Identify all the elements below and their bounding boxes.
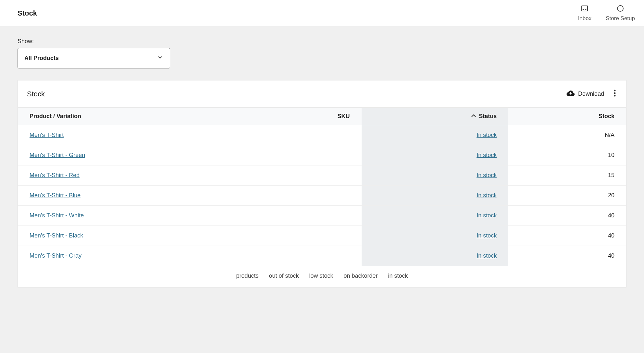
filter-row: productsout of stocklow stockon backorde… [18,266,626,287]
content: Show: All Products Stock Download [0,26,644,299]
table-header-row: Product / Variation SKU Status Stock [18,108,626,125]
status-link[interactable]: In stock [477,192,497,199]
svg-point-1 [617,6,623,11]
topbar: Stock Inbox Store Setup [0,0,644,26]
table-row: Men's T-Shirt - BlueIn stock20 [18,186,626,206]
cell-sku [254,165,362,186]
product-link[interactable]: Men's T-Shirt - White [30,212,84,219]
filter-item[interactable]: in stock [388,273,408,279]
column-stock-label: Stock [599,113,614,119]
filter-item[interactable]: on backorder [344,273,378,279]
cell-stock: 40 [508,226,626,246]
product-link[interactable]: Men's T-Shirt - Red [30,172,80,178]
svg-point-3 [614,92,616,94]
table-row: Men's T-Shirt - WhiteIn stock40 [18,206,626,226]
cell-stock: 20 [508,186,626,206]
product-link[interactable]: Men's T-Shirt [30,132,64,138]
column-sku[interactable]: SKU [254,108,362,125]
page-title: Stock [18,9,37,18]
inbox-button[interactable]: Inbox [578,5,592,22]
card-header-actions: Download [566,88,617,100]
product-link[interactable]: Men's T-Shirt - Green [30,152,85,158]
status-link[interactable]: In stock [477,132,497,138]
column-stock[interactable]: Stock [508,108,626,125]
download-button[interactable]: Download [566,90,604,98]
stock-card: Stock Download [18,80,626,287]
status-link[interactable]: In stock [477,152,497,158]
cell-stock: 40 [508,206,626,226]
kebab-icon [614,91,616,98]
cell-sku [254,246,362,266]
status-link[interactable]: In stock [477,232,497,239]
download-label: Download [578,91,604,97]
cell-sku [254,226,362,246]
filter-item[interactable]: low stock [309,273,333,279]
cell-stock: 15 [508,165,626,186]
svg-point-2 [614,90,616,91]
cell-sku [254,125,362,145]
chevron-down-icon [157,54,163,62]
show-dropdown[interactable]: All Products [18,48,170,68]
stock-table: Product / Variation SKU Status Stock Men… [18,108,626,266]
card-title: Stock [27,90,45,98]
store-setup-button[interactable]: Store Setup [606,5,635,22]
store-setup-label: Store Setup [606,15,635,22]
cell-stock: 10 [508,145,626,165]
table-row: Men's T-Shirt - RedIn stock15 [18,165,626,186]
circle-icon [616,5,624,14]
column-sku-label: SKU [338,113,350,119]
filter-item[interactable]: out of stock [269,273,299,279]
cell-sku [254,206,362,226]
filter-item[interactable]: products [236,273,258,279]
topbar-actions: Inbox Store Setup [578,5,635,22]
column-product[interactable]: Product / Variation [18,108,254,125]
product-link[interactable]: Men's T-Shirt - Blue [30,192,80,199]
column-product-label: Product / Variation [30,113,81,119]
cell-stock: N/A [508,125,626,145]
status-link[interactable]: In stock [477,172,497,178]
svg-point-4 [614,95,616,97]
status-link[interactable]: In stock [477,212,497,219]
column-status[interactable]: Status [362,108,509,125]
inbox-label: Inbox [578,15,592,22]
product-link[interactable]: Men's T-Shirt - Black [30,232,83,239]
sort-asc-icon [471,113,476,120]
cell-sku [254,186,362,206]
cell-sku [254,145,362,165]
cell-stock: 40 [508,246,626,266]
more-menu-button[interactable] [613,88,617,100]
inbox-icon [581,5,588,14]
table-row: Men's T-ShirtIn stockN/A [18,125,626,145]
table-row: Men's T-Shirt - GrayIn stock40 [18,246,626,266]
table-row: Men's T-Shirt - GreenIn stock10 [18,145,626,165]
dropdown-selected: All Products [24,55,59,62]
table-row: Men's T-Shirt - BlackIn stock40 [18,226,626,246]
card-header: Stock Download [18,80,626,108]
product-link[interactable]: Men's T-Shirt - Gray [30,252,81,259]
cloud-download-icon [566,90,575,98]
status-link[interactable]: In stock [477,252,497,259]
column-status-label: Status [479,113,497,120]
show-label: Show: [18,38,626,45]
